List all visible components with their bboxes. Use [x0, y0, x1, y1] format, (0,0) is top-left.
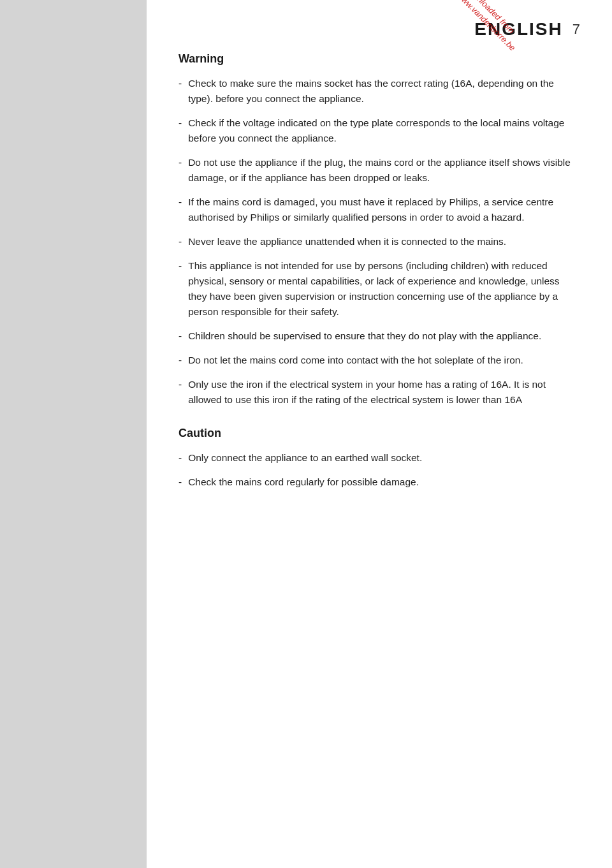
- warning-list: -Check to make sure the mains socket has…: [178, 76, 580, 408]
- bullet-dash: -: [178, 115, 182, 131]
- bullet-dash: -: [178, 234, 182, 249]
- list-item: -Children should be supervised to ensure…: [178, 328, 580, 344]
- warning-heading: Warning: [178, 52, 580, 66]
- bullet-dash: -: [178, 258, 182, 274]
- list-item-text: This appliance is not intended for use b…: [188, 258, 580, 320]
- list-item-text: Check the mains cord regularly for possi…: [188, 474, 419, 490]
- caution-list: -Only connect the appliance to an earthe…: [178, 450, 580, 490]
- list-item-text: If the mains cord is damaged, you must h…: [188, 195, 580, 225]
- list-item: -Check if the voltage indicated on the t…: [178, 115, 580, 146]
- list-item: -Do not use the appliance if the plug, t…: [178, 155, 580, 186]
- bullet-dash: -: [178, 450, 182, 466]
- bullet-dash: -: [178, 195, 182, 210]
- bullet-dash: -: [178, 328, 182, 344]
- list-item-text: Children should be supervised to ensure …: [188, 328, 541, 344]
- list-item-text: Check to make sure the mains socket has …: [188, 76, 580, 107]
- bullet-dash: -: [178, 377, 182, 392]
- warning-section: Warning -Check to make sure the mains so…: [178, 52, 580, 408]
- list-item: -This appliance is not intended for use …: [178, 258, 580, 320]
- list-item-text: Do not let the mains cord come into cont…: [188, 353, 523, 368]
- list-item: -Never leave the appliance unattended wh…: [178, 234, 580, 249]
- caution-section: Caution -Only connect the appliance to a…: [178, 427, 580, 490]
- list-item-text: Do not use the appliance if the plug, th…: [188, 155, 580, 186]
- watermark: Downloaded from www.vandenborre.be: [455, 0, 526, 54]
- header-area: Downloaded from www.vandenborre.be ENGLI…: [178, 19, 580, 40]
- bullet-dash: -: [178, 155, 182, 170]
- list-item: -Check the mains cord regularly for poss…: [178, 474, 580, 490]
- list-item-text: Only use the iron if the electrical syst…: [188, 377, 580, 408]
- list-item-text: Check if the voltage indicated on the ty…: [188, 115, 580, 146]
- main-content: Downloaded from www.vandenborre.be ENGLI…: [147, 0, 612, 868]
- left-sidebar: [0, 0, 147, 868]
- list-item-text: Only connect the appliance to an earthed…: [188, 450, 422, 466]
- list-item: -Check to make sure the mains socket has…: [178, 76, 580, 107]
- caution-heading: Caution: [178, 427, 580, 440]
- list-item: -If the mains cord is damaged, you must …: [178, 195, 580, 225]
- list-item-text: Never leave the appliance unattended whe…: [188, 234, 506, 249]
- bullet-dash: -: [178, 76, 182, 91]
- list-item: -Only use the iron if the electrical sys…: [178, 377, 580, 408]
- page-number: 7: [572, 21, 580, 38]
- bullet-dash: -: [178, 353, 182, 368]
- list-item: -Only connect the appliance to an earthe…: [178, 450, 580, 466]
- list-item: -Do not let the mains cord come into con…: [178, 353, 580, 368]
- bullet-dash: -: [178, 474, 182, 490]
